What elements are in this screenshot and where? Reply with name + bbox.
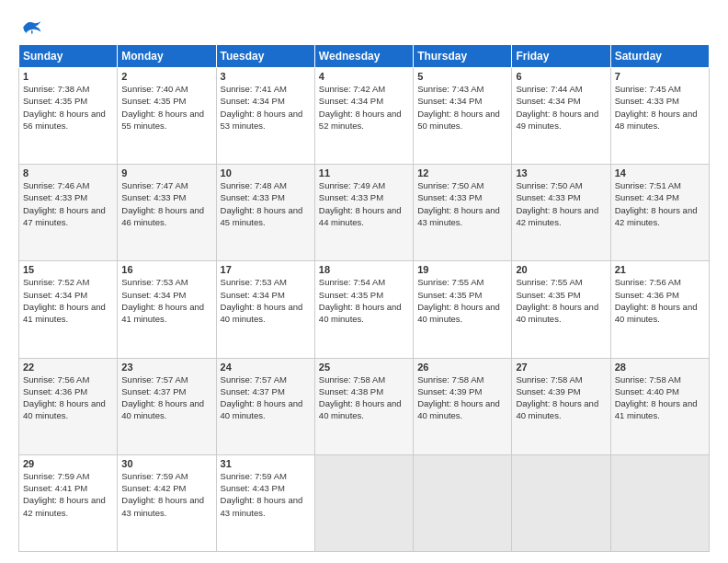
week-row-4: 22Sunrise: 7:56 AMSunset: 4:36 PMDayligh… (19, 358, 710, 454)
day-number: 4 (319, 71, 409, 82)
day-info: Sunrise: 7:59 AMSunset: 4:42 PMDaylight:… (121, 470, 211, 519)
col-header-sunday: Sunday (19, 45, 118, 68)
day-number: 10 (221, 167, 311, 178)
day-number: 25 (319, 362, 409, 373)
day-info: Sunrise: 7:45 AMSunset: 4:33 PMDaylight:… (615, 83, 705, 132)
day-cell: 2Sunrise: 7:40 AMSunset: 4:35 PMDaylight… (118, 68, 216, 165)
day-number: 23 (121, 362, 211, 373)
day-cell (610, 454, 709, 551)
day-number: 3 (221, 71, 311, 82)
page: SundayMondayTuesdayWednesdayThursdayFrid… (0, 0, 728, 563)
day-cell: 29Sunrise: 7:59 AMSunset: 4:41 PMDayligh… (19, 454, 118, 551)
day-info: Sunrise: 7:55 AMSunset: 4:35 PMDaylight:… (516, 276, 606, 325)
day-info: Sunrise: 7:56 AMSunset: 4:36 PMDaylight:… (23, 373, 113, 422)
day-number: 19 (417, 264, 507, 275)
day-info: Sunrise: 7:47 AMSunset: 4:33 PMDaylight:… (121, 179, 211, 228)
day-cell: 8Sunrise: 7:46 AMSunset: 4:33 PMDaylight… (19, 165, 118, 261)
day-info: Sunrise: 7:48 AMSunset: 4:33 PMDaylight:… (221, 179, 311, 228)
col-header-tuesday: Tuesday (216, 45, 314, 68)
day-info: Sunrise: 7:50 AMSunset: 4:33 PMDaylight:… (516, 179, 606, 228)
day-cell: 30Sunrise: 7:59 AMSunset: 4:42 PMDayligh… (118, 454, 216, 551)
day-info: Sunrise: 7:58 AMSunset: 4:39 PMDaylight:… (417, 373, 507, 422)
day-number: 8 (23, 167, 113, 178)
week-row-3: 15Sunrise: 7:52 AMSunset: 4:34 PMDayligh… (19, 261, 710, 358)
day-info: Sunrise: 7:57 AMSunset: 4:37 PMDaylight:… (221, 373, 311, 422)
day-info: Sunrise: 7:40 AMSunset: 4:35 PMDaylight:… (121, 83, 211, 132)
day-info: Sunrise: 7:53 AMSunset: 4:34 PMDaylight:… (221, 276, 311, 325)
day-cell: 15Sunrise: 7:52 AMSunset: 4:34 PMDayligh… (19, 261, 118, 358)
day-cell: 1Sunrise: 7:38 AMSunset: 4:35 PMDaylight… (19, 68, 118, 165)
day-number: 7 (615, 71, 705, 82)
day-number: 24 (221, 362, 311, 373)
day-info: Sunrise: 7:59 AMSunset: 4:43 PMDaylight:… (221, 470, 311, 519)
day-info: Sunrise: 7:54 AMSunset: 4:35 PMDaylight:… (319, 276, 409, 325)
day-cell: 17Sunrise: 7:53 AMSunset: 4:34 PMDayligh… (216, 261, 314, 358)
day-cell: 20Sunrise: 7:55 AMSunset: 4:35 PMDayligh… (512, 261, 610, 358)
day-cell: 11Sunrise: 7:49 AMSunset: 4:33 PMDayligh… (314, 165, 413, 261)
day-cell: 10Sunrise: 7:48 AMSunset: 4:33 PMDayligh… (216, 165, 314, 261)
day-cell: 27Sunrise: 7:58 AMSunset: 4:39 PMDayligh… (512, 358, 610, 454)
day-number: 31 (221, 458, 311, 469)
week-row-2: 8Sunrise: 7:46 AMSunset: 4:33 PMDaylight… (19, 165, 710, 261)
day-number: 11 (319, 167, 409, 178)
day-cell: 9Sunrise: 7:47 AMSunset: 4:33 PMDaylight… (118, 165, 216, 261)
day-cell (414, 454, 512, 551)
day-info: Sunrise: 7:51 AMSunset: 4:34 PMDaylight:… (615, 179, 705, 228)
day-number: 6 (516, 71, 606, 82)
day-number: 2 (121, 71, 211, 82)
day-number: 28 (615, 362, 705, 373)
logo-bird-icon (20, 18, 42, 37)
day-number: 21 (615, 264, 705, 275)
day-number: 5 (417, 71, 507, 82)
header (18, 15, 710, 37)
day-cell: 24Sunrise: 7:57 AMSunset: 4:37 PMDayligh… (216, 358, 314, 454)
week-row-5: 29Sunrise: 7:59 AMSunset: 4:41 PMDayligh… (19, 454, 710, 551)
day-info: Sunrise: 7:55 AMSunset: 4:35 PMDaylight:… (417, 276, 507, 325)
day-info: Sunrise: 7:52 AMSunset: 4:34 PMDaylight:… (23, 276, 113, 325)
day-info: Sunrise: 7:38 AMSunset: 4:35 PMDaylight:… (23, 83, 113, 132)
day-cell: 21Sunrise: 7:56 AMSunset: 4:36 PMDayligh… (610, 261, 709, 358)
col-header-wednesday: Wednesday (314, 45, 413, 68)
day-cell: 19Sunrise: 7:55 AMSunset: 4:35 PMDayligh… (414, 261, 512, 358)
col-header-thursday: Thursday (414, 45, 512, 68)
day-info: Sunrise: 7:46 AMSunset: 4:33 PMDaylight:… (23, 179, 113, 228)
col-header-monday: Monday (118, 45, 216, 68)
day-info: Sunrise: 7:56 AMSunset: 4:36 PMDaylight:… (615, 276, 705, 325)
day-cell (314, 454, 413, 551)
day-cell: 25Sunrise: 7:58 AMSunset: 4:38 PMDayligh… (314, 358, 413, 454)
day-cell: 22Sunrise: 7:56 AMSunset: 4:36 PMDayligh… (19, 358, 118, 454)
day-number: 13 (516, 167, 606, 178)
day-number: 1 (23, 71, 113, 82)
day-number: 29 (23, 458, 113, 469)
day-cell: 26Sunrise: 7:58 AMSunset: 4:39 PMDayligh… (414, 358, 512, 454)
day-cell: 18Sunrise: 7:54 AMSunset: 4:35 PMDayligh… (314, 261, 413, 358)
day-number: 27 (516, 362, 606, 373)
day-cell: 3Sunrise: 7:41 AMSunset: 4:34 PMDaylight… (216, 68, 314, 165)
day-number: 16 (121, 264, 211, 275)
calendar-body: 1Sunrise: 7:38 AMSunset: 4:35 PMDaylight… (19, 68, 710, 552)
day-number: 9 (121, 167, 211, 178)
day-number: 17 (221, 264, 311, 275)
day-info: Sunrise: 7:44 AMSunset: 4:34 PMDaylight:… (516, 83, 606, 132)
day-info: Sunrise: 7:58 AMSunset: 4:39 PMDaylight:… (516, 373, 606, 422)
day-cell (512, 454, 610, 551)
day-cell: 14Sunrise: 7:51 AMSunset: 4:34 PMDayligh… (610, 165, 709, 261)
day-number: 12 (417, 167, 507, 178)
calendar-table: SundayMondayTuesdayWednesdayThursdayFrid… (18, 44, 710, 552)
day-cell: 4Sunrise: 7:42 AMSunset: 4:34 PMDaylight… (314, 68, 413, 165)
day-info: Sunrise: 7:59 AMSunset: 4:41 PMDaylight:… (23, 470, 113, 519)
day-info: Sunrise: 7:58 AMSunset: 4:38 PMDaylight:… (319, 373, 409, 422)
day-info: Sunrise: 7:58 AMSunset: 4:40 PMDaylight:… (615, 373, 705, 422)
day-info: Sunrise: 7:53 AMSunset: 4:34 PMDaylight:… (121, 276, 211, 325)
day-info: Sunrise: 7:49 AMSunset: 4:33 PMDaylight:… (319, 179, 409, 228)
logo (18, 18, 42, 37)
day-number: 14 (615, 167, 705, 178)
day-info: Sunrise: 7:41 AMSunset: 4:34 PMDaylight:… (221, 83, 311, 132)
day-info: Sunrise: 7:50 AMSunset: 4:33 PMDaylight:… (417, 179, 507, 228)
day-cell: 6Sunrise: 7:44 AMSunset: 4:34 PMDaylight… (512, 68, 610, 165)
day-number: 15 (23, 264, 113, 275)
day-cell: 28Sunrise: 7:58 AMSunset: 4:40 PMDayligh… (610, 358, 709, 454)
week-row-1: 1Sunrise: 7:38 AMSunset: 4:35 PMDaylight… (19, 68, 710, 165)
day-cell: 16Sunrise: 7:53 AMSunset: 4:34 PMDayligh… (118, 261, 216, 358)
day-number: 20 (516, 264, 606, 275)
